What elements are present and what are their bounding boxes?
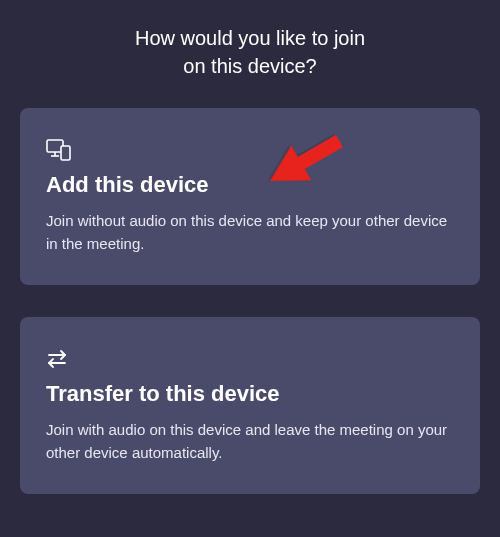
header-line-2: on this device? xyxy=(183,55,316,77)
transfer-device-card[interactable]: Transfer to this device Join with audio … xyxy=(20,317,480,494)
dialog-header: How would you like to join on this devic… xyxy=(0,0,500,108)
add-device-card[interactable]: Add this device Join without audio on th… xyxy=(20,108,480,285)
header-title: How would you like to join on this devic… xyxy=(20,24,480,80)
add-device-title: Add this device xyxy=(46,172,454,198)
svg-rect-3 xyxy=(61,146,70,160)
transfer-icon xyxy=(46,345,454,373)
transfer-device-title: Transfer to this device xyxy=(46,381,454,407)
add-device-icon xyxy=(46,136,454,164)
add-device-description: Join without audio on this device and ke… xyxy=(46,210,454,255)
options-container: Add this device Join without audio on th… xyxy=(0,108,500,494)
header-line-1: How would you like to join xyxy=(135,27,365,49)
transfer-device-description: Join with audio on this device and leave… xyxy=(46,419,454,464)
